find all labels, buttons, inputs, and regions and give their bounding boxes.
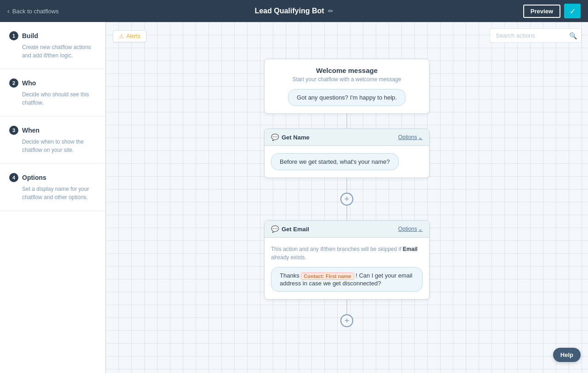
back-arrow-icon: ‹ (7, 7, 10, 15)
help-button[interactable]: Help (553, 348, 581, 362)
welcome-node: Welcome message Start your chatflow with… (264, 59, 430, 114)
get-email-desc-highlight: Email (403, 246, 418, 252)
sidebar-item-when[interactable]: 3 When Decide when to show the chatflow … (0, 117, 105, 164)
get-name-title: Get Name (282, 134, 310, 141)
step-desc-when: Decide when to show the chatflow on your… (9, 138, 96, 154)
step-label-options: 4 Options (9, 173, 96, 182)
step-num-3: 3 (9, 126, 18, 135)
sidebar: 1 Build Create new chatflow actions and … (0, 22, 106, 373)
get-name-node: 💬 Get Name Options ⌄ Before we get start… (264, 128, 430, 178)
welcome-subtitle: Start your chatflow with a welcome messa… (271, 76, 423, 83)
top-nav: ‹ Back to chatflows Lead Qualifying Bot … (0, 0, 588, 22)
canvas-area: ⚠ Alerts 🔍 Welcome message Start your ch… (106, 22, 588, 373)
connector-2 (346, 178, 347, 193)
connector-4 (346, 300, 347, 314)
step-label-when: 3 When (9, 126, 96, 135)
step-title-when: When (22, 127, 40, 134)
get-name-body: Before we get started, what's your name? (265, 146, 429, 178)
step-num-2: 2 (9, 78, 18, 88)
chat-icon-2: 💬 (271, 225, 279, 233)
add-button-1[interactable]: + (340, 193, 353, 206)
step-title-options: Options (22, 174, 46, 181)
get-email-bubble: Thanks Contact: First name ! Can I get y… (271, 267, 423, 292)
sidebar-item-build[interactable]: 1 Build Create new chatflow actions and … (0, 22, 105, 69)
chevron-down-icon-2: ⌄ (418, 226, 423, 232)
welcome-title: Welcome message (271, 67, 423, 74)
get-name-options-label: Options (398, 134, 417, 140)
step-num-4: 4 (9, 173, 18, 182)
alert-icon: ⚠ (119, 33, 124, 39)
step-desc-options: Set a display name for your chatflow and… (9, 185, 96, 201)
get-email-title: Get Email (282, 226, 309, 233)
main-layout: 1 Build Create new chatflow actions and … (0, 22, 588, 373)
welcome-node-body: Welcome message Start your chatflow with… (265, 59, 429, 113)
step-label-build: 1 Build (9, 31, 96, 40)
welcome-bubble: Got any questions? I'm happy to help. (288, 89, 406, 106)
add-button-2[interactable]: + (340, 314, 353, 327)
get-name-header-left: 💬 Get Name (271, 134, 310, 141)
step-title-build: Build (22, 32, 38, 39)
contact-token: Contact: First name (301, 273, 354, 280)
flow-canvas: Welcome message Start your chatflow with… (106, 50, 588, 373)
save-button[interactable]: ✓ (564, 4, 581, 18)
connector-1 (346, 114, 347, 128)
search-input[interactable] (490, 28, 582, 43)
search-actions-container: 🔍 (490, 28, 582, 43)
step-desc-build: Create new chatflow actions and add if/t… (9, 43, 96, 60)
step-num-1: 1 (9, 31, 18, 40)
bubble-prefix: Thanks (280, 272, 300, 279)
get-name-options[interactable]: Options ⌄ (398, 134, 423, 140)
edit-icon[interactable]: ✏ (328, 7, 334, 15)
sidebar-item-options[interactable]: 4 Options Set a display name for your ch… (0, 164, 105, 211)
get-email-options-label: Options (398, 226, 417, 232)
get-email-body: This action and any if/then branches wil… (265, 238, 429, 299)
alerts-button[interactable]: ⚠ Alerts (113, 30, 147, 42)
nav-right: Preview ✓ (523, 4, 581, 18)
step-label-who: 2 Who (9, 78, 96, 88)
sidebar-item-who[interactable]: 2 Who Decide who should see this chatflo… (0, 69, 105, 117)
title-area: Lead Qualifying Bot ✏ (254, 7, 333, 15)
chat-icon: 💬 (271, 134, 279, 141)
step-title-who: Who (22, 79, 36, 87)
alerts-label: Alerts (126, 33, 141, 39)
connector-3 (346, 206, 347, 220)
get-email-desc-prefix: This action and any if/then branches wil… (271, 246, 401, 252)
back-link[interactable]: ‹ Back to chatflows (7, 7, 59, 15)
back-label: Back to chatflows (12, 8, 59, 15)
preview-button[interactable]: Preview (523, 5, 560, 18)
get-email-header: 💬 Get Email Options ⌄ (265, 221, 429, 238)
nav-title: Lead Qualifying Bot (254, 7, 324, 15)
get-email-options[interactable]: Options ⌄ (398, 226, 423, 232)
step-desc-who: Decide who should see this chatflow. (9, 90, 96, 107)
get-name-header: 💬 Get Name Options ⌄ (265, 129, 429, 146)
get-name-bubble: Before we get started, what's your name? (271, 153, 399, 170)
get-email-node: 💬 Get Email Options ⌄ This action and an… (264, 220, 430, 300)
get-email-desc-suffix: already exists. (271, 254, 306, 261)
chevron-down-icon: ⌄ (418, 134, 423, 140)
get-email-header-left: 💬 Get Email (271, 225, 309, 233)
get-email-desc: This action and any if/then branches wil… (271, 245, 423, 262)
